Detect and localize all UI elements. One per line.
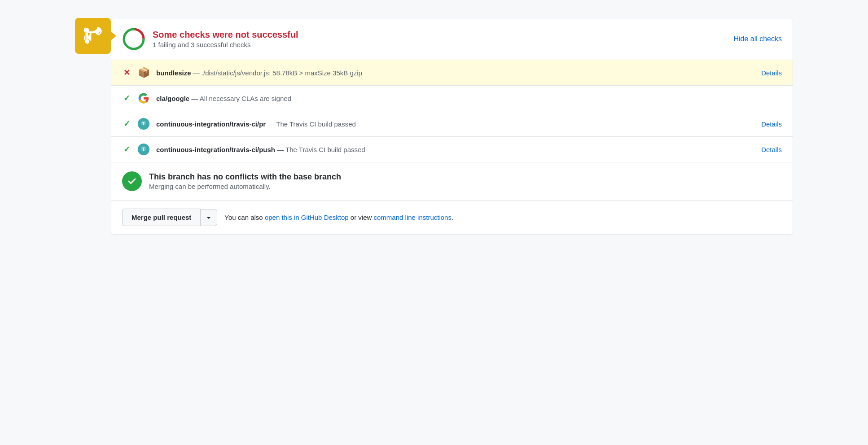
travis-ci-icon: T	[137, 118, 150, 130]
status-title-group: Some checks were not successful 1 failin…	[153, 30, 298, 48]
merge-title: This branch has no conflicts with the ba…	[149, 172, 341, 182]
check-details-link-travis-pr[interactable]: Details	[761, 120, 782, 128]
check-logo-bundlesize: 📦	[137, 66, 150, 79]
merge-text-group: This branch has no conflicts with the ba…	[149, 172, 341, 190]
checkmark-icon: ✓	[123, 119, 130, 129]
check-name-travis-push: continuous-integration/travis-ci/push	[156, 146, 275, 153]
check-desc-bundlesize: — ./dist/static/js/vendor.js: 58.78kB > …	[191, 69, 362, 77]
checkmark-icon: ✓	[123, 93, 130, 103]
check-name-bundlesize: bundlesize	[156, 69, 191, 77]
merge-icon-box	[75, 18, 111, 54]
merge-section: This branch has no conflicts with the ba…	[111, 162, 793, 201]
status-header-left: Some checks were not successful 1 failin…	[122, 27, 298, 51]
check-text-travis-pr: continuous-integration/travis-ci/pr — Th…	[156, 120, 755, 128]
check-row-travis-pr: ✓ T continuous-integration/travis-ci/pr …	[111, 111, 793, 137]
action-text-prefix: You can also	[224, 214, 265, 221]
checks-container: ✕📦bundlesize — ./dist/static/js/vendor.j…	[111, 60, 793, 162]
google-g-icon	[138, 92, 149, 104]
check-row-bundlesize: ✕📦bundlesize — ./dist/static/js/vendor.j…	[111, 60, 793, 86]
check-status-icon-travis-push: ✓	[122, 144, 131, 154]
check-details-link-travis-push[interactable]: Details	[761, 146, 782, 153]
github-desktop-link[interactable]: open this in GitHub Desktop	[265, 214, 349, 221]
check-name-travis-pr: continuous-integration/travis-ci/pr	[156, 120, 266, 128]
check-details-link-bundlesize[interactable]: Details	[761, 69, 782, 77]
check-logo-travis-pr: T	[137, 118, 150, 130]
status-title: Some checks were not successful	[153, 30, 298, 40]
check-status-icon-travis-pr: ✓	[122, 119, 131, 129]
check-status-icon-cla-google: ✓	[122, 93, 131, 103]
action-text-middle: or view	[349, 214, 374, 221]
merge-subtitle: Merging can be performed automatically.	[149, 183, 341, 190]
check-text-travis-push: continuous-integration/travis-ci/push — …	[156, 146, 755, 153]
chevron-down-icon	[205, 214, 212, 221]
merge-method-dropdown-button[interactable]	[200, 209, 217, 226]
status-circle-icon	[122, 27, 145, 51]
svg-point-2	[85, 39, 89, 44]
action-bar: Merge pull request You can also open thi…	[111, 201, 793, 234]
merge-pull-request-button[interactable]: Merge pull request	[122, 209, 200, 226]
check-desc-travis-pr: — The Travis CI build passed	[266, 120, 356, 128]
svg-point-14	[141, 146, 146, 151]
svg-point-11	[141, 121, 146, 126]
status-header: Some checks were not successful 1 failin…	[111, 18, 793, 60]
check-name-cla-google: cla/google	[156, 95, 189, 102]
travis-ci-icon: T	[137, 143, 150, 156]
action-text-suffix: .	[452, 214, 453, 221]
check-row-travis-push: ✓ T continuous-integration/travis-ci/pus…	[111, 137, 793, 162]
merge-icon	[83, 26, 103, 46]
checkmark-icon: ✓	[123, 144, 130, 154]
command-line-link[interactable]: command line instructions	[374, 214, 452, 221]
status-subtitle: 1 failing and 3 successful checks	[153, 41, 298, 48]
hide-all-checks-button[interactable]: Hide all checks	[733, 35, 782, 43]
check-logo-cla-google	[137, 92, 150, 105]
check-status-icon-bundlesize: ✕	[122, 68, 131, 78]
merge-check-circle	[122, 171, 142, 191]
check-text-cla-google: cla/google — All necessary CLAs are sign…	[156, 95, 782, 102]
x-icon: ✕	[123, 68, 130, 78]
check-logo-travis-push: T	[137, 143, 150, 156]
pr-status-container: Some checks were not successful 1 failin…	[75, 18, 793, 235]
check-desc-travis-push: — The Travis CI build passed	[275, 146, 365, 153]
action-bar-text: You can also open this in GitHub Desktop…	[224, 214, 453, 221]
check-desc-cla-google: — All necessary CLAs are signed	[189, 95, 291, 102]
merge-checkmark-icon	[127, 176, 137, 187]
check-text-bundlesize: bundlesize — ./dist/static/js/vendor.js:…	[156, 69, 755, 77]
check-row-cla-google: ✓ cla/google — All necessary CLAs are si…	[111, 86, 793, 111]
status-panel: Some checks were not successful 1 failin…	[111, 18, 793, 235]
